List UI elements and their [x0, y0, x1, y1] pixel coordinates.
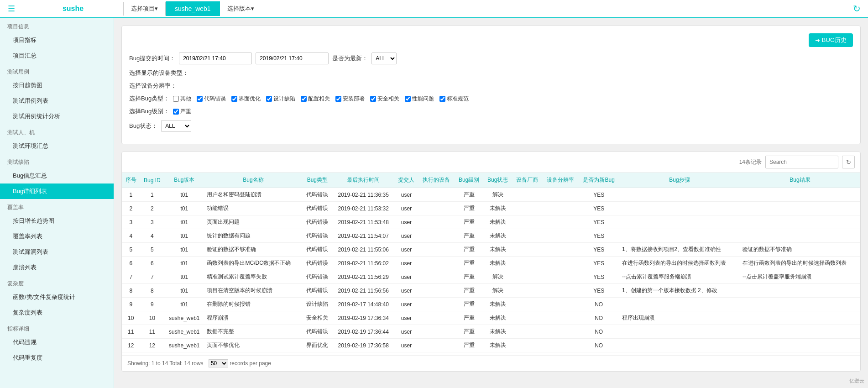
sidebar-section-title-defect: 测试缺陷: [0, 154, 114, 168]
table-toolbar: 14条记录 ↻: [122, 152, 860, 173]
sidebar-section-title-complexity: 复杂度: [0, 275, 114, 289]
sidebar-item-code-duplicate[interactable]: 代码重复度: [0, 350, 114, 366]
bug-type-ui-optimize[interactable]: 界面优化: [231, 95, 261, 103]
col-device[interactable]: 执行的设备: [418, 173, 455, 188]
bug-type-standard[interactable]: 标准规范: [439, 95, 469, 103]
records-per-page-label: records per page: [230, 360, 271, 367]
table-wrap: 序号 Bug ID Bug版本 Bug名称 Bug类型 最后执行时间 提交人 执…: [122, 173, 860, 355]
sidebar-section-metrics: 指标详细 代码违规 代码重复度: [0, 320, 114, 366]
table-row: 55t01验证的数据不够准确代码错误2019-02-21 11:55:06use…: [122, 243, 860, 257]
sidebar-item-testcase-list[interactable]: 测试用例列表: [0, 93, 114, 109]
bug-type-label: 选择Bug类型：: [129, 94, 169, 103]
menu-icon[interactable]: ☰: [0, 4, 23, 14]
tab-active-project[interactable]: sushe_web1: [166, 1, 220, 16]
sidebar-section-tester: 测试人、机 测试环境汇总: [0, 124, 114, 154]
col-resolution[interactable]: 设备分辨率: [542, 173, 578, 188]
table-row: 99t01在删除的时候报错设计缺陷2019-02-17 14:48:40user…: [122, 298, 860, 311]
table-row: 1111sushe_web1数据不完整代码错误2019-02-19 17:36:…: [122, 325, 860, 339]
record-count: 14条记录: [739, 158, 762, 166]
bug-type-code-error[interactable]: 代码错误: [197, 95, 226, 103]
table-header-row: 序号 Bug ID Bug版本 Bug名称 Bug类型 最后执行时间 提交人 执…: [122, 173, 860, 188]
bug-submit-time-label: Bug提交的时间：: [129, 54, 175, 63]
col-result[interactable]: Bug结果: [740, 173, 860, 188]
pagination-info: Showing: 1 to 14 Total: 14 rows: [127, 360, 204, 367]
sidebar-item-coverage-trend[interactable]: 按日增长趋势图: [0, 213, 114, 229]
sidebar-item-coverage-list[interactable]: 覆盖率列表: [0, 229, 114, 244]
sidebar-section-coverage: 覆盖率 按日增长趋势图 覆盖率列表 测试漏洞列表 崩溃列表: [0, 199, 114, 275]
bug-status-label: Bug状态：: [129, 122, 157, 130]
table-row: 11t01用户名和密码登陆崩溃代码错误2019-02-21 11:36:35us…: [122, 188, 860, 202]
search-input[interactable]: [765, 156, 838, 168]
sidebar-item-daily-trend[interactable]: 按日趋势图: [0, 78, 114, 93]
table-row: 88t01项目在清空版本的时候崩溃代码错误2019-02-21 11:56:56…: [122, 284, 860, 298]
bug-type-install-deploy[interactable]: 安装部署: [335, 95, 365, 103]
select-project[interactable]: 选择项目▾: [124, 1, 165, 16]
sidebar-item-complexity-stats[interactable]: 函数/类/文件复杂度统计: [0, 289, 114, 305]
filter-row-device-type: 选择显示的设备类型：: [129, 69, 853, 77]
select-version[interactable]: 选择版本▾: [220, 1, 261, 16]
device-type-label: 选择显示的设备类型：: [129, 69, 188, 77]
col-version[interactable]: Bug版本: [164, 173, 204, 188]
bug-level-severe[interactable]: 严重: [173, 108, 191, 115]
sidebar-item-complexity-list[interactable]: 复杂度列表: [0, 305, 114, 320]
col-seq: 序号: [122, 173, 140, 188]
sidebar-item-testcase-stats[interactable]: 测试用例统计分析: [0, 109, 114, 124]
date-to-input[interactable]: [256, 52, 329, 64]
bug-type-security[interactable]: 安全相关: [370, 95, 399, 103]
col-type[interactable]: Bug类型: [302, 173, 332, 188]
bug-type-checkboxes: 其他 代码错误 界面优化 设计缺陷 配置相关 安装部署 安全相关 性能问题 标准…: [173, 95, 469, 103]
bug-type-config-related[interactable]: 配置相关: [301, 95, 330, 103]
sidebar-section-title-tester: 测试人、机: [0, 124, 114, 138]
sidebar-item-bug-summary[interactable]: Bug信息汇总: [0, 168, 114, 184]
bug-table: 序号 Bug ID Bug版本 Bug名称 Bug类型 最后执行时间 提交人 执…: [122, 173, 860, 355]
table-row: 77t01精准测试累计覆盖率失败代码错误2019-02-21 11:56:29u…: [122, 270, 860, 284]
device-resolution-label: 选择设备分辨率：: [129, 82, 177, 90]
sidebar-item-project-metrics[interactable]: 项目指标: [0, 32, 114, 48]
date-from-input[interactable]: [179, 52, 252, 64]
col-submitter[interactable]: 提交人: [394, 173, 418, 188]
table-row: 22t01功能错误代码错误2019-02-21 11:53:32user严重未解…: [122, 202, 860, 215]
is-latest-select[interactable]: ALL YES NO: [371, 52, 397, 64]
filter-row-bug-status: Bug状态： ALL 解决 未解决: [129, 120, 853, 132]
col-steps[interactable]: Bug步骤: [619, 173, 740, 188]
table-refresh-button[interactable]: ↻: [842, 156, 855, 168]
bug-type-design-defect[interactable]: 设计缺陷: [266, 95, 295, 103]
col-last-time[interactable]: 最后执行时间: [332, 173, 394, 188]
sidebar-item-leak-list[interactable]: 测试漏洞列表: [0, 244, 114, 260]
bug-history-button[interactable]: ➜ BUG历史: [809, 33, 853, 47]
filter-row-device-resolution: 选择设备分辨率：: [129, 82, 853, 90]
sidebar-section-title-project: 项目信息: [0, 18, 114, 32]
sidebar-item-bug-detail[interactable]: Bug详细列表: [0, 184, 114, 199]
sidebar-section-title-coverage: 覆盖率: [0, 199, 114, 213]
filter-row-bug-level: 选择Bug级别： 严重: [129, 107, 853, 115]
filter-panel: ➜ BUG历史 Bug提交的时间： 是否为最新： ALL YES NO 选择显示…: [121, 26, 861, 144]
tab-section: 选择项目▾ sushe_web1 选择版本▾: [124, 1, 853, 16]
col-status[interactable]: Bug状态: [483, 173, 512, 188]
col-bug-id[interactable]: Bug ID: [140, 173, 165, 188]
refresh-icon[interactable]: ↻: [853, 3, 861, 14]
col-vendor[interactable]: 设备厂商: [512, 173, 542, 188]
sidebar-item-project-summary[interactable]: 项目汇总: [0, 48, 114, 63]
top-header: ☰ sushe 选择项目▾ sushe_web1 选择版本▾ ↻: [0, 0, 868, 18]
col-is-new[interactable]: 是否为新Bug: [578, 173, 619, 188]
sidebar-item-code-violation[interactable]: 代码违规: [0, 335, 114, 350]
bug-status-select[interactable]: ALL 解决 未解决: [161, 120, 191, 132]
sidebar-section-title-metrics: 指标详细: [0, 320, 114, 335]
main-content: ➜ BUG历史 Bug提交的时间： 是否为最新： ALL YES NO 选择显示…: [114, 18, 868, 388]
sidebar-section-title-testcase: 测试用例: [0, 63, 114, 78]
sidebar-section-defect: 测试缺陷 Bug信息汇总 Bug详细列表: [0, 154, 114, 199]
bug-level-label: 选择Bug级别：: [129, 107, 169, 115]
app-title: sushe: [23, 5, 123, 13]
pagination: Showing: 1 to 14 Total: 14 rows 50 25 10…: [122, 355, 860, 371]
per-page-select[interactable]: 50 25 100: [209, 359, 228, 367]
col-name[interactable]: Bug名称: [204, 173, 302, 188]
sidebar-item-env-summary[interactable]: 测试环境汇总: [0, 138, 114, 154]
sidebar-section-complexity: 复杂度 函数/类/文件复杂度统计 复杂度列表: [0, 275, 114, 320]
bug-type-other[interactable]: 其他: [173, 95, 191, 103]
bug-type-performance[interactable]: 性能问题: [405, 95, 434, 103]
sidebar: 项目信息 项目指标 项目汇总 测试用例 按日趋势图 测试用例列表 测试用例统计分…: [0, 18, 114, 388]
sidebar-item-crash-list[interactable]: 崩溃列表: [0, 260, 114, 275]
col-level[interactable]: Bug级别: [455, 173, 483, 188]
table-row: 44t01统计的数据有问题代码错误2019-02-21 11:54:07user…: [122, 229, 860, 243]
sidebar-section-project: 项目信息 项目指标 项目汇总: [0, 18, 114, 63]
